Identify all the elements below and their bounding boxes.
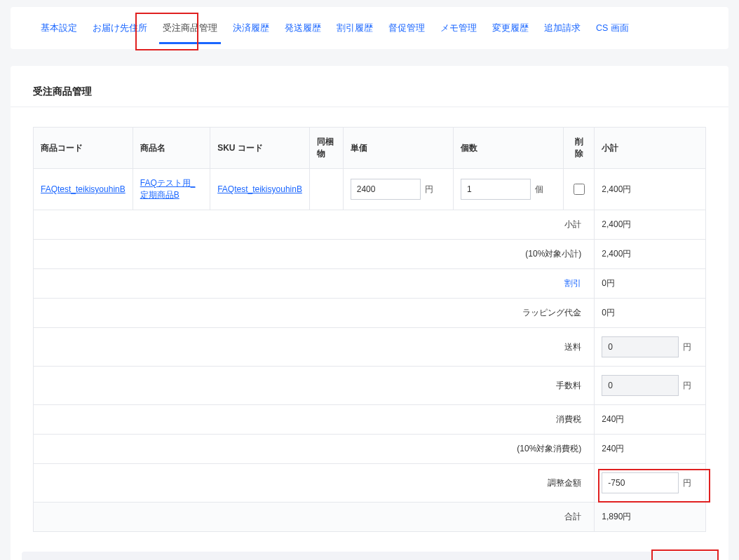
tabs-nav: 基本設定 お届け先住所 受注商品管理 決済履歴 発送履歴 割引履歴 督促管理 メ…	[11, 7, 728, 49]
th-sku: SKU コード	[210, 128, 310, 169]
tabs-card: 基本設定 お届け先住所 受注商品管理 決済履歴 発送履歴 割引履歴 督促管理 メ…	[11, 7, 728, 49]
row-subtotal: 2,400円	[595, 169, 706, 210]
th-unit-price: 単価	[343, 128, 453, 169]
sum-tax10-value: 240円	[595, 435, 706, 464]
tab-order-products[interactable]: 受注商品管理	[155, 15, 225, 41]
th-delete: 削除	[564, 128, 595, 169]
sum-subtotal-label: 小計	[34, 210, 595, 240]
sum-total-value: 1,890円	[595, 503, 706, 532]
th-subtotal: 小計	[595, 128, 706, 169]
th-code: 商品コード	[34, 128, 133, 169]
tab-shipping-hist[interactable]: 発送履歴	[277, 15, 329, 41]
sum-discount-value: 0円	[595, 269, 706, 299]
sum-wrapping-label: ラッピング代金	[34, 299, 595, 328]
sum-total-label: 合計	[34, 503, 595, 532]
main-card: 受注商品管理 商品コード 商品名 SKU コード 同梱物 単価 個数 削除 小計	[11, 66, 728, 560]
th-qty: 個数	[454, 128, 564, 169]
tab-settlement[interactable]: 決済履歴	[225, 15, 277, 41]
sum-wrapping-value: 0円	[595, 299, 706, 328]
sum-tax10sub-label: (10%対象小計)	[34, 240, 595, 269]
products-table: 商品コード 商品名 SKU コード 同梱物 単価 個数 削除 小計 FAQtes…	[33, 127, 706, 532]
sum-subtotal-value: 2,400円	[595, 210, 706, 240]
footer-bar: 受注日時の税率で固定 送料を固定 手数料を固定 再計算する	[22, 552, 717, 560]
adjust-unit: 円	[683, 477, 691, 489]
tab-additional-billing[interactable]: 追加請求	[536, 15, 588, 41]
adjust-input[interactable]	[602, 472, 679, 493]
sum-discount-label[interactable]: 割引	[564, 278, 581, 288]
bundle-cell	[309, 169, 343, 210]
table-row: FAQtest_teikisyouhinB FAQテスト用_定期商品B FAQt…	[34, 169, 706, 210]
tab-change-hist[interactable]: 変更履歴	[484, 15, 536, 41]
sum-tax-label: 消費税	[34, 405, 595, 435]
product-name-link[interactable]: FAQテスト用_定期商品B	[140, 178, 196, 200]
fee-unit: 円	[683, 380, 691, 392]
shipping-unit: 円	[683, 341, 691, 353]
delete-checkbox[interactable]	[574, 184, 585, 195]
th-bundle: 同梱物	[309, 128, 343, 169]
section-title: 受注商品管理	[11, 66, 728, 107]
content-area: 商品コード 商品名 SKU コード 同梱物 単価 個数 削除 小計 FAQtes…	[11, 107, 728, 552]
unit-price-input[interactable]	[351, 179, 421, 200]
sum-tax10sub-value: 2,400円	[595, 240, 706, 269]
tab-dunning[interactable]: 督促管理	[381, 15, 433, 41]
tab-basic[interactable]: 基本設定	[33, 15, 85, 41]
th-name: 商品名	[133, 128, 210, 169]
sku-link[interactable]: FAQtest_teikisyouhinB	[217, 184, 302, 194]
table-header-row: 商品コード 商品名 SKU コード 同梱物 単価 個数 削除 小計	[34, 128, 706, 169]
unit-price-unit: 円	[425, 184, 433, 196]
sum-tax10-label: (10%対象消費税)	[34, 435, 595, 464]
qty-input[interactable]	[461, 179, 531, 200]
sum-shipping-label: 送料	[34, 328, 595, 367]
qty-unit: 個	[535, 184, 543, 196]
tab-address[interactable]: お届け先住所	[85, 15, 155, 41]
fee-input[interactable]	[602, 375, 679, 396]
tab-memo[interactable]: メモ管理	[433, 15, 484, 41]
sum-adjust-label: 調整金額	[34, 464, 595, 503]
product-code-link[interactable]: FAQtest_teikisyouhinB	[41, 184, 126, 194]
tab-discount-hist[interactable]: 割引履歴	[329, 15, 381, 41]
tab-cs-screen[interactable]: CS 画面	[588, 15, 637, 41]
shipping-input[interactable]	[602, 336, 679, 357]
sum-tax-value: 240円	[595, 405, 706, 435]
sum-fee-label: 手数料	[34, 367, 595, 405]
